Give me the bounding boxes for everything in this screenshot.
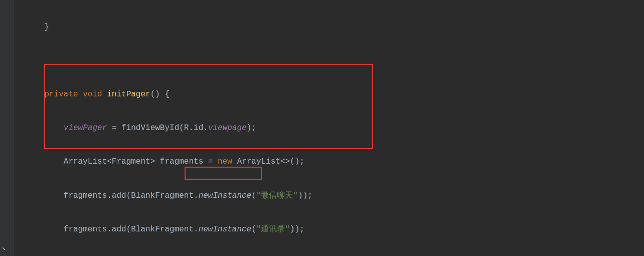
code-line: fragments.add(BlankFragment.newInstance(… [25, 188, 644, 205]
code-editor[interactable]: } private void initPager() { viewPager =… [14, 0, 644, 256]
code-line: viewPager = findViewById(R.id.viewpage); [25, 120, 644, 137]
editor-gutter [0, 0, 14, 256]
code-line: ArrayList<Fragment> fragments = new Arra… [25, 154, 644, 171]
scroll-indicator-icon: ↘ [0, 242, 6, 255]
code-line: private void initPager() { [25, 86, 644, 103]
code-line [25, 53, 644, 70]
code-line: fragments.add(BlankFragment.newInstance(… [25, 221, 644, 238]
code-line: } [25, 19, 644, 36]
